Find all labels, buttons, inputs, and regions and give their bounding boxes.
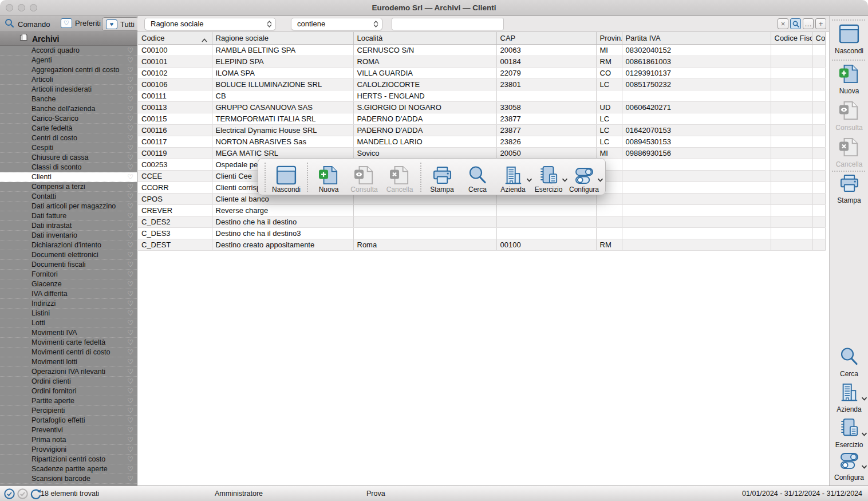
favorite-heart-icon[interactable]: ♡ bbox=[127, 289, 133, 298]
favorite-heart-icon[interactable]: ♡ bbox=[127, 172, 133, 182]
favorite-heart-icon[interactable]: ♡ bbox=[127, 464, 133, 474]
favorite-heart-icon[interactable]: ♡ bbox=[127, 46, 133, 55]
favorite-heart-icon[interactable]: ♡ bbox=[127, 192, 133, 201]
sidebar-item-movimenti-carte-fedelt[interactable]: Movimenti carte fedeltà♡ bbox=[0, 338, 137, 348]
favorite-heart-icon[interactable]: ♡ bbox=[127, 85, 133, 94]
filter-operator-select[interactable]: contiene bbox=[291, 18, 382, 30]
sidebar-item-movimenti-iva[interactable]: Movimenti IVA♡ bbox=[0, 328, 137, 338]
table-row-c00102[interactable]: C00102ILOMA SPAVILLA GUARDIA22079CO01293… bbox=[138, 67, 825, 78]
sidebar-item-articoli[interactable]: Articoli♡ bbox=[0, 75, 137, 85]
refresh-icon[interactable] bbox=[30, 488, 42, 501]
sidebar-item-dati-intrastat[interactable]: Dati intrastat♡ bbox=[0, 221, 137, 231]
table-row-c00117[interactable]: C00117NORTON ABRASIVES SasMANDELLO LARIO… bbox=[138, 136, 825, 147]
history-check-icon[interactable] bbox=[3, 488, 15, 501]
filter-field-select[interactable]: Ragione sociale bbox=[144, 18, 276, 30]
esercizio-button[interactable]: Esercizio bbox=[531, 161, 566, 194]
nuova-button[interactable]: Nuova bbox=[311, 161, 346, 194]
column-header-ragione-sociale[interactable]: Ragione sociale bbox=[212, 32, 353, 44]
favorite-heart-icon[interactable]: ♡ bbox=[127, 348, 133, 357]
favorite-heart-icon[interactable]: ♡ bbox=[127, 367, 133, 376]
azienda-button[interactable]: Azienda bbox=[495, 161, 531, 194]
table-row-crever[interactable]: CREVERReverse charge bbox=[138, 204, 825, 216]
favorite-heart-icon[interactable]: ♡ bbox=[127, 231, 133, 240]
clear-filter-button[interactable]: × bbox=[778, 18, 788, 29]
favorite-heart-icon[interactable]: ♡ bbox=[127, 406, 133, 415]
add-filter-button[interactable]: + bbox=[815, 18, 826, 29]
favorite-heart-icon[interactable]: ♡ bbox=[127, 386, 133, 396]
favorite-heart-icon[interactable]: ♡ bbox=[127, 425, 133, 435]
sidebar-item-documenti-fiscali[interactable]: Documenti fiscali♡ bbox=[0, 260, 137, 270]
zoom-window-button[interactable] bbox=[30, 4, 37, 11]
favorite-heart-icon[interactable]: ♡ bbox=[127, 182, 133, 191]
column-header-cap[interactable]: CAP bbox=[496, 32, 596, 44]
favorite-heart-icon[interactable]: ♡ bbox=[127, 435, 133, 444]
favorite-heart-icon[interactable]: ♡ bbox=[127, 211, 133, 220]
sidebar-item-ordini-fornitori[interactable]: Ordini fornitori♡ bbox=[0, 386, 137, 396]
azienda-button[interactable]: Azienda bbox=[830, 382, 868, 413]
sidebar-item-compensi-a-terzi[interactable]: Compensi a terzi♡ bbox=[0, 182, 137, 192]
favorite-heart-icon[interactable]: ♡ bbox=[127, 75, 133, 84]
sidebar-item-classi-di-sconto[interactable]: Classi di sconto♡ bbox=[0, 163, 137, 172]
sidebar-item-movimenti-centri-di-costo[interactable]: Movimenti centri di costo♡ bbox=[0, 348, 137, 357]
sidebar-item-centri-di-costo[interactable]: Centri di costo♡ bbox=[0, 133, 137, 143]
favorite-heart-icon[interactable]: ♡ bbox=[127, 221, 133, 230]
favorite-heart-icon[interactable]: ♡ bbox=[127, 338, 133, 347]
configura-button[interactable]: Configura bbox=[830, 452, 868, 482]
favorite-heart-icon[interactable]: ♡ bbox=[127, 416, 133, 425]
sidebar-item-ripartizioni-centri-costo[interactable]: Ripartizioni centri costo♡ bbox=[0, 455, 137, 464]
table-row-c00111[interactable]: C00111CBHERTS - ENGLAND bbox=[138, 90, 825, 101]
sidebar-item-dati-inventario[interactable]: Dati inventario♡ bbox=[0, 231, 137, 240]
sidebar-item-accordi-quadro[interactable]: Accordi quadro♡ bbox=[0, 46, 137, 56]
esercizio-button[interactable]: Esercizio bbox=[830, 418, 868, 449]
favorite-heart-icon[interactable]: ♡ bbox=[127, 143, 133, 152]
sidebar-item-indirizzi[interactable]: Indirizzi♡ bbox=[0, 299, 137, 309]
nascondi-button[interactable]: Nascondi bbox=[269, 161, 304, 194]
sidebar-item-dati-articoli-per-magazzino[interactable]: Dati articoli per magazzino♡ bbox=[0, 202, 137, 211]
sidebar-item-carte-fedelt[interactable]: Carte fedeltà♡ bbox=[0, 124, 137, 133]
sidebar-item-partite-aperte[interactable]: Partite aperte♡ bbox=[0, 396, 137, 406]
favorite-heart-icon[interactable]: ♡ bbox=[127, 474, 133, 483]
sidebar-item-dati-fatture[interactable]: Dati fatture♡ bbox=[0, 211, 137, 221]
favorite-heart-icon[interactable]: ♡ bbox=[127, 250, 133, 259]
favorite-heart-icon[interactable]: ♡ bbox=[127, 377, 133, 386]
preferiti-button[interactable]: ♡ Preferiti bbox=[61, 18, 101, 28]
favorite-heart-icon[interactable]: ♡ bbox=[127, 114, 133, 123]
cerca-button[interactable]: Cerca bbox=[460, 161, 495, 194]
sidebar-item-aggregazioni-centri-di-costo[interactable]: Aggregazioni centri di costo♡ bbox=[0, 65, 137, 75]
table-row-c-des3[interactable]: C_DES3Destino che ha il destino3 bbox=[138, 227, 825, 239]
sidebar-item-dichiarazioni-d-intento[interactable]: Dichiarazioni d'intento♡ bbox=[0, 240, 137, 250]
sidebar-item-giacenze[interactable]: Giacenze♡ bbox=[0, 279, 137, 289]
tutti-button[interactable]: ♥ Tutti bbox=[102, 17, 139, 31]
filter-value-input[interactable] bbox=[392, 18, 504, 30]
favorite-heart-icon[interactable]: ♡ bbox=[127, 163, 133, 172]
favorite-heart-icon[interactable]: ♡ bbox=[127, 309, 133, 318]
favorite-heart-icon[interactable]: ♡ bbox=[127, 65, 133, 74]
sidebar-item-articoli-indesiderati[interactable]: Articoli indesiderati♡ bbox=[0, 85, 137, 94]
column-header-provin[interactable]: Provin. bbox=[596, 32, 622, 44]
sidebar-item-banche[interactable]: Banche♡ bbox=[0, 94, 137, 104]
table-row-c-des2[interactable]: C_DES2Destino che ha il destino bbox=[138, 216, 825, 227]
favorite-heart-icon[interactable]: ♡ bbox=[127, 455, 133, 464]
favorite-heart-icon[interactable]: ♡ bbox=[127, 133, 133, 143]
sidebar-item-preventivi[interactable]: Preventivi♡ bbox=[0, 425, 137, 435]
sidebar-item-ordini-clienti[interactable]: Ordini clienti♡ bbox=[0, 377, 137, 386]
favorite-heart-icon[interactable]: ♡ bbox=[127, 260, 133, 269]
more-filters-button[interactable]: … bbox=[803, 18, 814, 29]
favorite-heart-icon[interactable]: ♡ bbox=[127, 357, 133, 366]
favorite-heart-icon[interactable]: ♡ bbox=[127, 124, 133, 133]
stampa-button[interactable]: Stampa bbox=[830, 174, 868, 204]
sidebar-item-iva-differita[interactable]: IVA differita♡ bbox=[0, 289, 137, 299]
stampa-button[interactable]: Stampa bbox=[424, 161, 460, 194]
favorite-heart-icon[interactable]: ♡ bbox=[127, 318, 133, 328]
sidebar-item-movimenti-lotti[interactable]: Movimenti lotti♡ bbox=[0, 357, 137, 367]
favorite-heart-icon[interactable]: ♡ bbox=[127, 299, 133, 308]
history-pending-icon[interactable] bbox=[17, 488, 29, 501]
sidebar-item-clienti[interactable]: Clienti♡ bbox=[0, 172, 137, 182]
nascondi-button[interactable]: Nascondi bbox=[830, 24, 868, 55]
column-header-codice[interactable]: Codice bbox=[138, 32, 212, 44]
favorite-heart-icon[interactable]: ♡ bbox=[127, 445, 133, 454]
favorite-heart-icon[interactable]: ♡ bbox=[127, 104, 133, 113]
favorite-heart-icon[interactable]: ♡ bbox=[127, 240, 133, 250]
nuova-button[interactable]: Nuova bbox=[830, 64, 868, 95]
column-header-localit[interactable]: Località bbox=[353, 32, 496, 44]
